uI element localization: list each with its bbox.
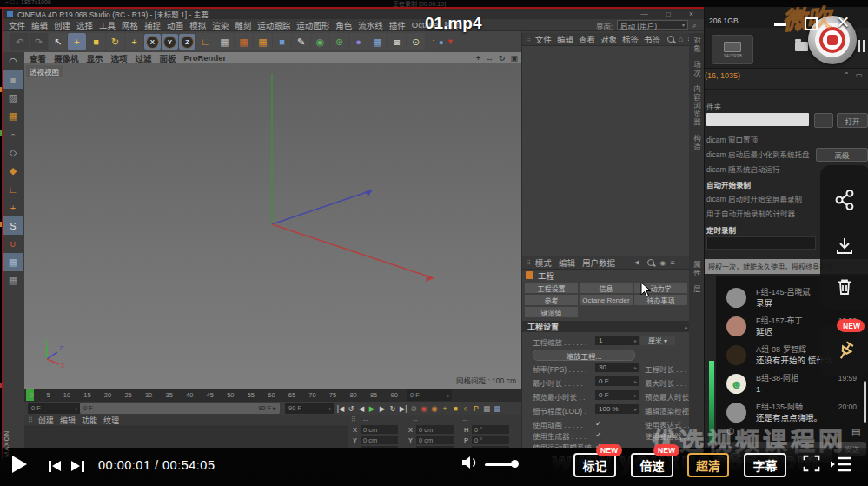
c4d-menu-item: 创建: [54, 19, 70, 31]
y-axis-lock-icon: Y: [162, 34, 178, 50]
select-tool-icon: ↖: [49, 33, 67, 50]
attribute-menu-item: 模式: [535, 256, 552, 269]
volume-icon[interactable]: [461, 456, 479, 469]
deformer-icon: ⊛: [330, 33, 348, 50]
mark-button[interactable]: 标记: [573, 453, 616, 477]
speed-button[interactable]: 倍速: [631, 453, 673, 477]
coords-scale-header: --: [413, 416, 417, 423]
material-menus: 创建编辑功能纹理: [38, 415, 125, 426]
animation-toolbar: 0 F 0 F 90 F ▸ 90 F |◀↺◀▶▶↻▶|⊘◉◉+■○P▦▦: [24, 402, 521, 415]
c4d-tools-2: ∟▦▦▦■✎◉⊛●▦◙⊙: [196, 33, 426, 50]
key-parameter-icon: P: [471, 404, 481, 413]
c4d-menu-item: 工具: [99, 19, 116, 31]
attribute-tab: 参考: [525, 295, 578, 305]
coord-field: 0 cm: [361, 425, 398, 434]
chevron-down-icon: ▾: [682, 22, 685, 28]
viewport-menu-item: 过滤: [136, 52, 152, 64]
c4d-menu-item: 运动图形: [296, 19, 329, 31]
attribute-menus: 模式编辑用户数据: [535, 256, 622, 269]
previous-video-icon[interactable]: [52, 461, 61, 471]
attribute-tab: Octane Render: [580, 295, 633, 305]
player-maximize-button[interactable]: [805, 17, 818, 30]
loop-icon: ↺: [346, 404, 356, 413]
viewport-menu-item: ProRender: [184, 53, 227, 63]
player-close-button[interactable]: ×: [837, 10, 850, 35]
back-icon: ◀: [634, 259, 639, 266]
speed-new-badge: NEW: [653, 444, 679, 456]
fullscreen-icon[interactable]: [802, 454, 821, 473]
c4d-menu-item: 模拟: [189, 19, 206, 31]
chat-message-text: 1: [756, 383, 865, 395]
c4d-menu-item: 渲染: [212, 19, 229, 31]
light-object-icon: ⊙: [407, 33, 425, 50]
play-button[interactable]: [12, 456, 27, 473]
timeline-tick: 0: [30, 391, 33, 399]
attribute-check-row: 使用生成器 . . . . ✓ 使用变形器 . . .: [522, 430, 704, 442]
attribute-section-header: 工程设置: [527, 321, 559, 332]
c4d-menu-item: 插件: [389, 19, 406, 31]
material-menu-item: 功能: [82, 415, 97, 426]
viewport-menus: 查看摄像机显示选项过滤面板ProRender: [30, 52, 234, 64]
object-menu-item: 标签: [622, 33, 639, 45]
volume-knob[interactable]: [511, 460, 519, 468]
record-border-left: [2, 7, 3, 459]
option-checkbox-label: dicam 随系统启动运行: [706, 163, 837, 178]
move-tool-icon: +: [68, 33, 86, 50]
player-minimize-button[interactable]: [774, 23, 786, 26]
download-icon[interactable]: [834, 236, 855, 256]
project-scale-label: 工程缩放 . . . . . .: [533, 336, 586, 347]
viewport-canvas: 透视视图 Y Z X 网格间距 : 100 cm: [24, 63, 521, 389]
grid-spacing-label: 网格间距 : 100 cm: [456, 375, 516, 385]
c4d-window-title: CINEMA 4D R19.068 Studio (RC - R19) - [未…: [17, 9, 209, 19]
coord-field: 0 °: [472, 436, 509, 444]
floor-object-icon: ●: [349, 33, 368, 50]
side-tab: 场次: [692, 61, 702, 77]
c4d-app-icon: [7, 11, 13, 17]
playlist-icon[interactable]: [830, 456, 852, 473]
attribute-tab: 信息: [580, 283, 633, 293]
recording-resolution: ⌐ □ ⌕ 1857x1009: [5, 0, 51, 6]
attribute-row: 帧率(FPS) . . . . . 30 工程时长 . . . .: [522, 362, 704, 376]
timer-record-section: 定时录制: [706, 224, 736, 235]
material-menu-item: 创建: [38, 415, 54, 426]
c4d-menu-item: 选择: [76, 19, 93, 31]
next-video-icon[interactable]: [82, 461, 84, 472]
goto-start-icon: |◀: [335, 404, 346, 413]
option-checkbox-label: dicam 窗口置顶: [706, 134, 837, 149]
grip-icon: ⠿: [28, 416, 33, 424]
magnet-icon: ∪: [3, 235, 23, 253]
coord-field: 0 °: [472, 425, 509, 434]
scale-unit-dropdown: 厘米 ▾: [640, 336, 675, 345]
previous-video-button[interactable]: [49, 461, 51, 472]
chat-scrollbar[interactable]: [864, 381, 866, 423]
trash-icon[interactable]: [834, 276, 855, 297]
timeline-tick: 25: [124, 391, 131, 399]
attribute-menu-item: 用户数据: [582, 256, 615, 269]
interface-label: 界面:: [596, 21, 613, 31]
gizmo-z-label: Z: [59, 345, 63, 351]
share-icon[interactable]: [834, 189, 855, 211]
cinema4d-window: CINEMA 4D R19.068 Studio (RC - R19) - [未…: [3, 9, 704, 448]
quality-button[interactable]: 超清: [687, 453, 729, 477]
subtitle-button[interactable]: 字幕: [744, 453, 786, 477]
attribute-field: 0 F: [595, 390, 639, 400]
sky-object-icon: ▦: [368, 33, 387, 50]
viewport-nav-icons: +↔↻▣: [471, 54, 518, 63]
checkbox-icon: ✓: [595, 419, 602, 428]
search-icon: ⌕: [692, 21, 697, 30]
no-record-icon: ⊘: [408, 404, 419, 413]
timeline-tick: 70: [308, 391, 315, 399]
next-video-button[interactable]: [71, 461, 80, 471]
emoji-icon[interactable]: ☺: [725, 424, 736, 437]
avatar: [726, 316, 746, 336]
time-display: 00:00:01 / 00:54:05: [98, 458, 215, 472]
c4d-menu-item: 动画: [167, 19, 183, 31]
object-menu-item: 查看: [579, 33, 595, 45]
announcement-icon[interactable]: ▤: [851, 426, 860, 437]
c4d-viewport: 查看摄像机显示选项过滤面板ProRender +↔↻▣ 透视视图: [24, 52, 521, 389]
scale-project-button: 缩放工程...: [533, 350, 635, 361]
next-frame-icon: ▶: [377, 404, 388, 413]
side-tab: 层: [692, 285, 702, 294]
pin-icon[interactable]: [834, 340, 857, 363]
scroll-up-icon: ▴: [685, 323, 687, 330]
